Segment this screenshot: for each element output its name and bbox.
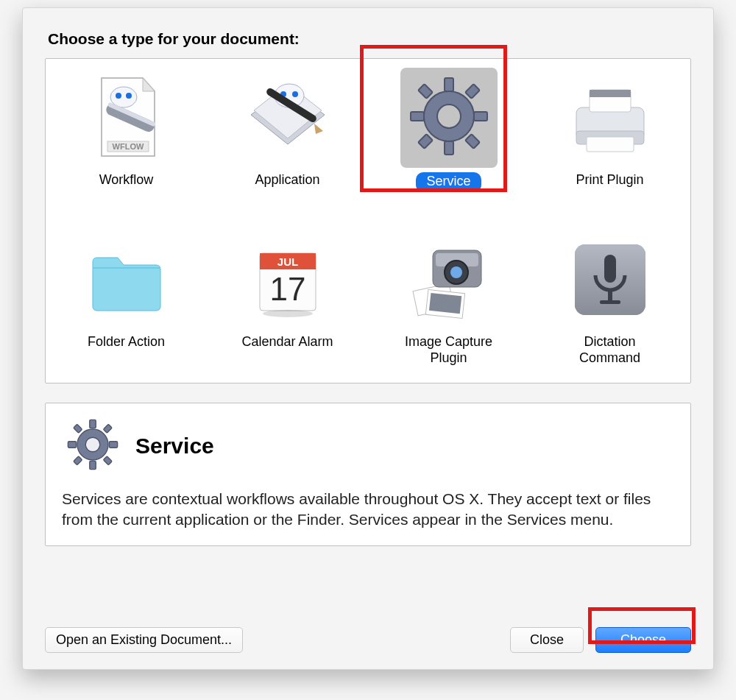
svg-rect-30	[587, 137, 634, 152]
type-application[interactable]: Application	[207, 66, 368, 206]
svg-point-5	[116, 93, 121, 99]
type-calendar-alarm[interactable]: JUL 17 Calendar Alarm	[207, 228, 368, 368]
microphone-icon	[529, 228, 690, 331]
svg-rect-24	[465, 134, 480, 149]
description-panel: Service Services are contextual workflow…	[45, 403, 691, 546]
type-label: Print Plugin	[529, 172, 690, 206]
type-folder-action[interactable]: Folder Action	[46, 228, 207, 368]
description-title: Service	[135, 434, 214, 459]
calendar-icon: JUL 17	[207, 228, 368, 331]
svg-rect-52	[109, 442, 117, 448]
footer-buttons: Open an Existing Document... Close Choos…	[45, 627, 691, 653]
svg-point-25	[437, 105, 461, 128]
type-label: Calendar Alarm	[207, 334, 368, 368]
type-label: Application	[207, 172, 368, 206]
svg-rect-23	[418, 134, 433, 149]
svg-point-13	[292, 91, 298, 97]
type-label: Folder Action	[46, 334, 207, 368]
gear-icon	[400, 68, 498, 168]
chooser-heading: Choose a type for your document:	[48, 30, 691, 48]
choose-button[interactable]: Choose	[595, 627, 691, 653]
svg-rect-47	[600, 300, 620, 304]
svg-rect-18	[445, 141, 453, 155]
svg-point-6	[126, 93, 132, 99]
close-button[interactable]: Close	[510, 627, 584, 653]
type-image-capture-plugin[interactable]: Image Capture Plugin	[368, 228, 529, 368]
svg-rect-22	[465, 84, 480, 99]
svg-rect-51	[68, 442, 76, 448]
open-existing-document-button[interactable]: Open an Existing Document...	[45, 627, 243, 653]
svg-text:WFLOW: WFLOW	[112, 142, 144, 151]
application-icon	[207, 66, 368, 169]
svg-rect-29	[590, 90, 631, 97]
svg-rect-50	[90, 461, 96, 469]
description-body: Services are contextual workflows availa…	[62, 489, 674, 529]
svg-rect-55	[74, 456, 82, 465]
type-label: Dictation Command	[529, 334, 690, 368]
svg-text:JUL: JUL	[277, 255, 297, 268]
svg-point-35	[263, 310, 313, 317]
svg-rect-17	[445, 78, 453, 91]
svg-rect-19	[411, 112, 424, 121]
svg-rect-21	[418, 84, 433, 99]
svg-text:17: 17	[269, 271, 305, 307]
folder-icon	[46, 228, 207, 331]
svg-rect-49	[90, 420, 96, 428]
type-workflow[interactable]: WFLOW Workflow	[46, 66, 207, 206]
type-label: Service	[368, 172, 529, 206]
document-type-chooser: Choose a type for your document: WFLOW	[22, 7, 714, 670]
camera-icon	[368, 228, 529, 331]
svg-rect-38	[428, 293, 461, 314]
svg-point-57	[85, 437, 100, 452]
type-dictation-command[interactable]: Dictation Command	[529, 228, 690, 368]
workflow-icon: WFLOW	[46, 66, 207, 169]
type-service[interactable]: Service	[368, 66, 529, 206]
svg-rect-45	[604, 255, 616, 283]
svg-point-42	[450, 266, 462, 278]
svg-rect-53	[74, 424, 82, 433]
svg-marker-1	[143, 78, 155, 91]
svg-rect-20	[474, 112, 487, 121]
svg-marker-15	[314, 124, 323, 134]
gear-icon	[62, 414, 124, 478]
svg-rect-54	[103, 424, 112, 433]
document-type-grid: WFLOW Workflow	[45, 58, 691, 383]
type-label: Image Capture Plugin	[368, 334, 529, 368]
printer-icon	[529, 66, 690, 169]
svg-rect-46	[608, 290, 612, 300]
type-print-plugin[interactable]: Print Plugin	[529, 66, 690, 206]
svg-rect-56	[103, 456, 112, 465]
type-label: Workflow	[46, 172, 207, 206]
